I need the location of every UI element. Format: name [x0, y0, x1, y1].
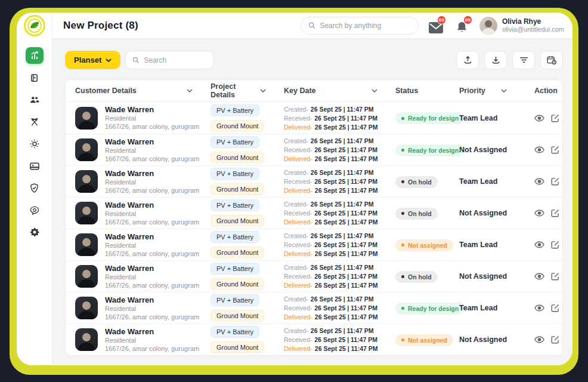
- settings-gear-icon: [30, 227, 39, 237]
- mail-button[interactable]: 03: [427, 18, 445, 33]
- table-search-input[interactable]: [144, 56, 207, 64]
- chevron-down-icon[interactable]: [260, 89, 266, 93]
- project-cell: PV + Battery Ground Mount: [211, 104, 284, 132]
- column-header-action[interactable]: Action: [534, 87, 562, 95]
- view-button[interactable]: [534, 304, 544, 312]
- priority-cell: Not Assigned: [459, 146, 534, 154]
- status-cell: Ready for design: [395, 143, 459, 156]
- chevron-down-icon[interactable]: [187, 89, 193, 93]
- user-name: Olivia Rhye: [502, 17, 564, 26]
- sidebar-item-notebook[interactable]: [26, 69, 44, 86]
- table-row[interactable]: Wade Warren Residental 1667/26, amar col…: [66, 165, 562, 197]
- chevron-down-icon: [106, 58, 112, 62]
- eye-icon: [534, 241, 544, 248]
- column-header-customer[interactable]: Customer Details: [75, 87, 211, 95]
- customer-cell: Wade Warren Residental 1667/26, amar col…: [75, 169, 211, 195]
- status-cell: Not assigned: [395, 333, 459, 346]
- table-row[interactable]: Wade Warren Residental 1667/26, amar col…: [66, 260, 562, 292]
- view-button[interactable]: [534, 241, 544, 248]
- customer-address: 1667/26, amar colony, gurugram: [105, 155, 199, 163]
- customer-name: Wade Warren: [105, 264, 199, 273]
- toolbar: Planset: [65, 51, 563, 69]
- column-header-project[interactable]: Project Details: [211, 82, 284, 99]
- project-type-badge: PV + Battery: [211, 136, 259, 148]
- customer-cell: Wade Warren Residental 1667/26, amar col…: [75, 327, 211, 353]
- edit-button[interactable]: [551, 335, 559, 344]
- edit-icon: [551, 335, 559, 344]
- table-row[interactable]: Wade Warren Residental 1667/26, amar col…: [66, 197, 562, 229]
- view-button[interactable]: [534, 273, 544, 280]
- table-row[interactable]: Wade Warren Residental 1667/26, amar col…: [66, 102, 562, 134]
- edit-button[interactable]: [551, 241, 559, 249]
- customer-cell: Wade Warren Residental 1667/26, amar col…: [75, 232, 211, 258]
- leaf-icon: [27, 19, 42, 33]
- table-row[interactable]: Wade Warren Residental 1667/26, amar col…: [66, 324, 562, 355]
- table-row[interactable]: Wade Warren Residental 1667/26, amar col…: [66, 134, 562, 165]
- sidebar-item-solar[interactable]: [26, 135, 44, 152]
- column-header-keydate[interactable]: Key Date: [284, 87, 395, 95]
- schedule-button[interactable]: [540, 51, 563, 69]
- sidebar-item-security[interactable]: [26, 180, 44, 196]
- customer-type: Residental: [105, 178, 199, 186]
- keydate-cell: Created-26 Sept 25 | 11:47 PM Received-2…: [284, 295, 395, 321]
- received-line: Received-26 Sept 25 | 11:47 PM: [284, 304, 395, 312]
- customer-address: 1667/26, amar colony, gurugram: [105, 281, 199, 289]
- table-row[interactable]: Wade Warren Residental 1667/26, amar col…: [66, 292, 562, 324]
- view-button[interactable]: [534, 115, 544, 122]
- edit-button[interactable]: [551, 146, 559, 154]
- sidebar-item-settings[interactable]: [26, 224, 44, 241]
- window-frame: New Project (8) 03: [10, 8, 578, 375]
- notifications-button[interactable]: 05: [453, 18, 471, 33]
- view-button[interactable]: [534, 146, 544, 153]
- customer-name: Wade Warren: [105, 169, 199, 178]
- status-dot-icon: [401, 244, 404, 247]
- download-button[interactable]: [484, 51, 507, 69]
- planset-dropdown-button[interactable]: Planset: [65, 51, 120, 69]
- view-button[interactable]: [534, 178, 544, 185]
- table-row[interactable]: Wade Warren Residental 1667/26, amar col…: [66, 229, 562, 260]
- status-dot-icon: [401, 117, 404, 120]
- avatar-photo-icon: [75, 138, 98, 161]
- sidebar-item-milestones[interactable]: [26, 113, 44, 130]
- edit-icon: [551, 146, 559, 154]
- view-button[interactable]: [534, 336, 544, 343]
- user-menu[interactable]: Olivia Rhye olivia@untitledui.com: [479, 17, 564, 35]
- sidebar-item-analytics[interactable]: [26, 47, 44, 64]
- chevron-down-icon[interactable]: [501, 89, 507, 93]
- column-header-priority[interactable]: Priority: [459, 87, 534, 95]
- sidebar-item-support[interactable]: [26, 202, 44, 218]
- project-type-badge: PV + Battery: [211, 263, 259, 275]
- project-type-badge: PV + Battery: [211, 168, 259, 180]
- filter-button[interactable]: [512, 51, 535, 69]
- customer-info: Wade Warren Residental 1667/26, amar col…: [105, 295, 199, 321]
- project-type-badge: PV + Battery: [211, 326, 259, 338]
- project-cell: PV + Battery Ground Mount: [211, 263, 284, 290]
- table-search[interactable]: [125, 51, 214, 69]
- status-dot-icon: [401, 212, 404, 215]
- sidebar-item-payments[interactable]: [26, 158, 44, 174]
- topbar-right-cluster: 03 05: [301, 17, 564, 35]
- edit-button[interactable]: [551, 209, 559, 217]
- global-search-input[interactable]: [320, 21, 410, 30]
- status-dot-icon: [401, 307, 404, 310]
- customer-name: Wade Warren: [105, 295, 199, 304]
- column-header-status[interactable]: Status: [395, 87, 459, 95]
- customer-info: Wade Warren Residental 1667/26, amar col…: [105, 264, 199, 289]
- status-cell: On hold: [395, 207, 459, 220]
- edit-button[interactable]: [551, 272, 559, 281]
- edit-button[interactable]: [551, 304, 559, 312]
- received-line: Received-26 Sept 25 | 11:47 PM: [284, 209, 395, 217]
- upload-button[interactable]: [456, 51, 479, 69]
- edit-button[interactable]: [551, 114, 559, 122]
- chevron-down-icon[interactable]: [372, 89, 377, 93]
- view-button[interactable]: [534, 210, 544, 217]
- priority-cell: Team Lead: [459, 304, 534, 312]
- global-search[interactable]: [301, 17, 419, 35]
- brand-leaf-logo[interactable]: [24, 15, 45, 36]
- column-label: Key Date: [284, 87, 316, 95]
- customer-name: Wade Warren: [105, 232, 199, 241]
- status-badge: Not assigned: [395, 239, 453, 251]
- customer-info: Wade Warren Residental 1667/26, amar col…: [105, 137, 199, 163]
- edit-button[interactable]: [551, 177, 559, 186]
- sidebar-item-users[interactable]: [26, 91, 44, 108]
